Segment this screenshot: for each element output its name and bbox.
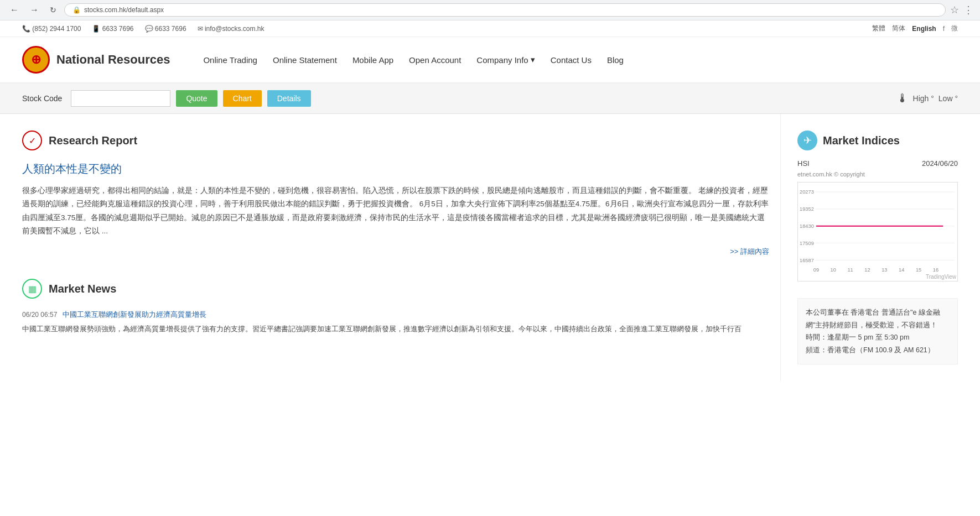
- svg-text:17509: 17509: [800, 241, 814, 246]
- svg-text:16587: 16587: [800, 258, 814, 263]
- security-icon: 🔒: [72, 6, 81, 14]
- low-label: Low °: [938, 94, 958, 103]
- lang-simplified[interactable]: 简体: [892, 24, 905, 33]
- info-box: 本公司董事在 香港電台 普通話台"e 線金融網"主持財經節目，極受歡迎，不容錯過…: [797, 298, 958, 364]
- svg-text:09: 09: [813, 267, 819, 273]
- market-news-icon: ▦: [22, 279, 42, 299]
- lang-english[interactable]: English: [912, 25, 936, 33]
- market-news-section: ▦ Market News 06/20 06:57 中國工業互聯網創新發展助力經…: [22, 279, 769, 335]
- report-more-link: >> 詳細內容: [22, 247, 769, 257]
- wechat-number: 💬 6633 7696: [145, 25, 186, 33]
- svg-text:18430: 18430: [800, 223, 814, 229]
- details-button[interactable]: Details: [267, 90, 311, 107]
- header: ⊕ National Resources Online Trading Onli…: [0, 37, 980, 84]
- address-bar[interactable]: 🔒 stocks.com.hk/default.aspx: [64, 3, 946, 17]
- main-nav: Online Trading Online Statement Mobile A…: [203, 55, 958, 65]
- market-news-header: ▦ Market News: [22, 279, 769, 299]
- brand-name: National Resources: [56, 53, 170, 67]
- news-snippet: 中國工業互聯網發展勢頭強勁，為經濟高質量增長提供了強有力的支撐。習近平總書記強調…: [22, 323, 769, 335]
- hsi-copyright: etnet.com.hk © copyright: [797, 171, 958, 178]
- nav-open-account[interactable]: Open Account: [409, 55, 461, 65]
- forward-button[interactable]: →: [27, 4, 42, 16]
- news-date: 06/20 06:57: [22, 311, 57, 319]
- logo-area[interactable]: ⊕ National Resources: [22, 46, 170, 74]
- nav-company-info[interactable]: Company Info ▾: [476, 55, 535, 65]
- nav-online-trading[interactable]: Online Trading: [203, 55, 257, 65]
- back-button[interactable]: ←: [7, 4, 22, 16]
- svg-text:19352: 19352: [800, 206, 814, 212]
- stock-search-bar: Stock Code Quote Chart Details 🌡 High ° …: [0, 84, 980, 114]
- stock-code-input[interactable]: [71, 90, 170, 107]
- browser-chrome: ← → ↻ 🔒 stocks.com.hk/default.aspx ☆ ⋮: [0, 0, 980, 20]
- lang-traditional[interactable]: 繁體: [872, 24, 885, 33]
- svg-text:10: 10: [831, 267, 836, 273]
- weibo-icon[interactable]: 微: [951, 24, 958, 33]
- whatsapp-number: 📱 6633 7696: [92, 25, 133, 33]
- svg-text:12: 12: [864, 267, 870, 273]
- hsi-chart: 20273 19352 18430 17509 16587 09 10 11 1…: [797, 182, 958, 282]
- market-indices-title: Market Indices: [823, 134, 900, 147]
- quote-button[interactable]: Quote: [176, 90, 217, 107]
- main-content: ✓ Research Report 人類的本性是不變的 很多心理學家經過研究，都…: [0, 114, 980, 381]
- hsi-info: HSI 2024/06/20: [797, 159, 958, 168]
- svg-text:11: 11: [847, 267, 853, 273]
- stock-code-label: Stock Code: [22, 94, 62, 103]
- tradingview-badge: TradingView: [926, 274, 956, 280]
- temperature-indicator: 🌡 High ° Low °: [896, 91, 958, 106]
- news-meta: 06/20 06:57 中國工業互聯網創新發展助力經濟高質量增長: [22, 310, 769, 320]
- url-text: stocks.com.hk/default.aspx: [84, 6, 164, 14]
- nav-online-statement[interactable]: Online Statement: [273, 55, 337, 65]
- report-more-anchor[interactable]: >> 詳細內容: [730, 247, 769, 256]
- market-indices-header: ✈ Market Indices: [797, 131, 958, 150]
- news-item: 06/20 06:57 中國工業互聯網創新發展助力經濟高質量增長 中國工業互聯網…: [22, 310, 769, 335]
- news-link[interactable]: 中國工業互聯網創新發展助力經濟高質量增長: [63, 310, 206, 319]
- nav-contact-us[interactable]: Contact Us: [551, 55, 592, 65]
- chart-button[interactable]: Chart: [223, 90, 262, 107]
- research-report-icon: ✓: [22, 131, 42, 150]
- right-column: ✈ Market Indices HSI 2024/06/20 etnet.co…: [781, 114, 958, 381]
- market-news-title: Market News: [49, 283, 116, 295]
- logo-icon: ⊕: [22, 46, 50, 74]
- phone-number: 📞 (852) 2944 1700: [22, 25, 81, 33]
- market-indices-section: ✈ Market Indices HSI 2024/06/20 etnet.co…: [797, 131, 958, 282]
- refresh-button[interactable]: ↻: [46, 4, 60, 15]
- hsi-chart-svg: 20273 19352 18430 17509 16587 09 10 11 1…: [798, 183, 957, 281]
- hsi-name: HSI: [797, 159, 810, 168]
- thermometer-icon: 🌡: [896, 91, 909, 106]
- svg-text:13: 13: [882, 267, 887, 273]
- top-bar-right: 繁體 简体 English f 微: [872, 24, 958, 33]
- email-address: ✉ info@stocks.com.hk: [198, 25, 265, 33]
- info-box-text: 本公司董事在 香港電台 普通話台"e 線金融網"主持財經節目，極受歡迎，不容錯過…: [806, 309, 940, 354]
- left-column: ✓ Research Report 人類的本性是不變的 很多心理學家經過研究，都…: [22, 114, 781, 381]
- browser-menu-icon[interactable]: ⋮: [963, 4, 973, 16]
- facebook-icon[interactable]: f: [943, 25, 945, 33]
- svg-text:16: 16: [933, 267, 938, 273]
- chevron-down-icon: ▾: [531, 55, 535, 65]
- high-label: High °: [913, 94, 934, 103]
- top-bar: 📞 (852) 2944 1700 📱 6633 7696 💬 6633 769…: [0, 20, 980, 37]
- svg-text:14: 14: [899, 267, 904, 273]
- report-article-body: 很多心理學家經過研究，都得出相同的結論，就是：人類的本性是不變的，碰到危機，很容…: [22, 184, 769, 238]
- nav-blog[interactable]: Blog: [607, 55, 624, 65]
- svg-text:15: 15: [916, 267, 921, 273]
- research-report-title: Research Report: [49, 134, 137, 147]
- report-article-title[interactable]: 人類的本性是不變的: [22, 161, 769, 176]
- contact-info: 📞 (852) 2944 1700 📱 6633 7696 💬 6633 769…: [22, 25, 264, 33]
- hsi-date: 2024/06/20: [922, 159, 958, 168]
- nav-mobile-app[interactable]: Mobile App: [352, 55, 393, 65]
- svg-text:20273: 20273: [800, 189, 814, 195]
- research-report-header: ✓ Research Report: [22, 131, 769, 150]
- bookmark-star-icon[interactable]: ☆: [950, 4, 959, 16]
- compass-icon: ✈: [797, 131, 817, 150]
